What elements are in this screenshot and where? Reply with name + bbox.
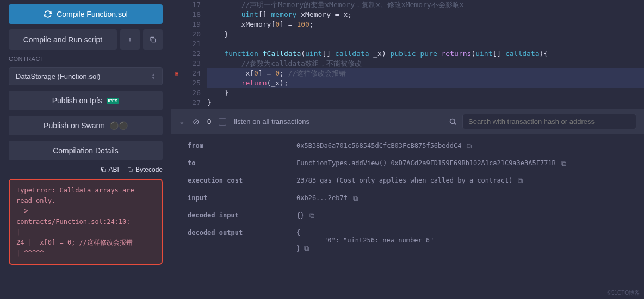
tx-decoded-input-key: decoded input [188,211,296,220]
transaction-details: from 0x5B38Da6a701c568545dCfcB03FcB875f5… [171,134,644,299]
line-number: 26 [182,88,201,98]
swarm-icon: ⚫⚫ [109,121,128,130]
error-pipe: | [16,227,155,238]
line-number-gutter: 1718192021222324252627 [182,0,207,109]
contract-selected-value: DataStorage (Function.sol) [16,72,100,80]
publish-ipfs-button[interactable]: Publish on Ipfs IPFS [9,91,163,110]
svg-point-5 [450,119,455,124]
error-arrow: --> [16,206,155,216]
tx-count: 0 [207,117,211,126]
line-number: 24 [182,68,201,78]
code-line[interactable]: //参数为calldata数组，不能被修改 [207,59,644,68]
json-content: "0": "uint256: new_number 6" [324,236,434,244]
error-caret: | ^^^^^ [16,248,155,258]
code-line[interactable]: //声明一个Memory的变量xMemory，复制x。修改xMemory不会影响… [207,0,644,10]
compile-run-button[interactable]: Compile and Run script [9,29,117,50]
line-number: 18 [182,10,201,20]
info-button[interactable] [120,29,140,50]
line-number: 22 [182,49,201,59]
code-line[interactable]: } [207,98,644,108]
code-line[interactable]: xMemory[0] = 100; [207,20,644,29]
contract-label: CONTRACT [9,55,163,62]
code-area[interactable]: //声明一个Memory的变量xMemory，复制x。修改xMemory不会影响… [207,0,644,109]
block-icon[interactable]: ⊘ [193,117,200,127]
line-number: 23 [182,59,201,68]
copy-button[interactable] [143,29,163,50]
publish-swarm-label: Publish on Swarm [44,121,105,130]
svg-point-0 [129,38,131,39]
abi-link[interactable]: ABI [100,166,119,173]
compile-button[interactable]: Compile Function.sol [9,4,163,24]
code-line[interactable]: return(_x); [207,78,644,88]
chevron-updown-icon: ▲▼ [151,73,156,79]
svg-rect-3 [102,169,106,172]
line-number: 27 [182,98,201,108]
publish-swarm-button[interactable]: Publish on Swarm ⚫⚫ [9,116,163,135]
terminal-bar: ⌄ ⊘ 0 listen on all transactions [171,109,644,134]
tx-to-value: FunctionTypes.addView() 0xD7ACd2a9FD159E… [296,159,556,167]
error-marker-column: ▣ [171,0,182,109]
line-number: 21 [182,39,201,49]
error-marker-icon: ▣ [171,68,182,78]
watermark: ©51CTO博客 [608,289,640,297]
abi-text: ABI [109,166,119,173]
copy-icon[interactable]: ⧉ [561,159,566,168]
ipfs-badge: IPFS [107,98,120,104]
copy-icon [149,36,157,43]
svg-rect-4 [129,169,132,172]
tx-to-key: to [188,159,296,168]
copy-icon [127,166,133,173]
svg-rect-2 [152,39,155,42]
code-line[interactable] [207,39,644,49]
publish-ipfs-label: Publish on Ipfs [52,96,102,105]
error-message: TypeError: Calldata arrays are read-only… [16,185,155,206]
svg-line-6 [454,123,456,124]
search-input[interactable] [462,114,636,129]
bytecode-text: Bytecode [135,166,163,173]
chevron-down-icon[interactable]: ⌄ [179,117,185,126]
line-number: 19 [182,20,201,29]
compilation-details-label: Compilation Details [53,146,119,155]
compile-button-label: Compile Function.sol [57,10,128,18]
error-code-line: 24 | _x[0] = 0; //这样修改会报错 [16,238,155,248]
tx-cost-value: 23783 gas (Cost only applies when called… [296,177,512,184]
compile-run-label: Compile and Run script [23,35,103,44]
info-icon [126,36,134,43]
refresh-icon [44,10,52,18]
copy-icon[interactable]: ⧉ [467,142,472,151]
contract-select[interactable]: DataStorage (Function.sol) ▲▼ [9,67,163,85]
code-editor[interactable]: ▣ 1718192021222324252627 //声明一个Memory的变量… [171,0,644,109]
code-line[interactable]: _x[0] = 0; //这样修改会报错 [207,68,644,78]
tx-decoded-input-value: {} [296,211,304,219]
line-number: 17 [182,0,201,10]
search-icon[interactable] [449,117,457,126]
copy-icon[interactable]: ⧉ [304,244,309,252]
tx-decoded-output-key: decoded output [188,229,296,253]
tx-from-key: from [188,142,296,151]
error-box: TypeError: Calldata arrays are read-only… [9,179,163,265]
listen-label: listen on all transactions [234,117,309,126]
copy-icon[interactable]: ⧉ [353,194,358,203]
json-brace-close: } [296,245,300,252]
tx-input-key: input [188,194,296,203]
line-number: 25 [182,78,201,88]
code-line[interactable]: function fCalldata(uint[] calldata _x) p… [207,49,644,59]
svg-rect-1 [129,39,130,42]
copy-icon[interactable]: ⧉ [309,211,314,220]
line-number: 20 [182,29,201,39]
compilation-details-button[interactable]: Compilation Details [9,141,163,160]
code-line[interactable]: } [207,88,644,98]
listen-checkbox[interactable] [219,118,226,126]
tx-from-value: 0x5B38Da6a701c568545dCfcB03FcB875f56bedd… [296,142,461,149]
tx-input-value: 0xb26...2eb7f [296,194,348,202]
code-line[interactable]: } [207,29,644,39]
code-line[interactable]: uint[] memory xMemory = x; [207,10,644,20]
copy-icon [100,166,107,173]
tx-cost-key: execution cost [188,177,296,185]
copy-icon[interactable]: ⧉ [518,177,523,185]
sidebar: Compile Function.sol Compile and Run scr… [0,0,171,299]
bytecode-link[interactable]: Bytecode [127,166,163,173]
json-brace-open: { [296,229,434,236]
error-location: contracts/Function.sol:24:10: [16,217,155,227]
